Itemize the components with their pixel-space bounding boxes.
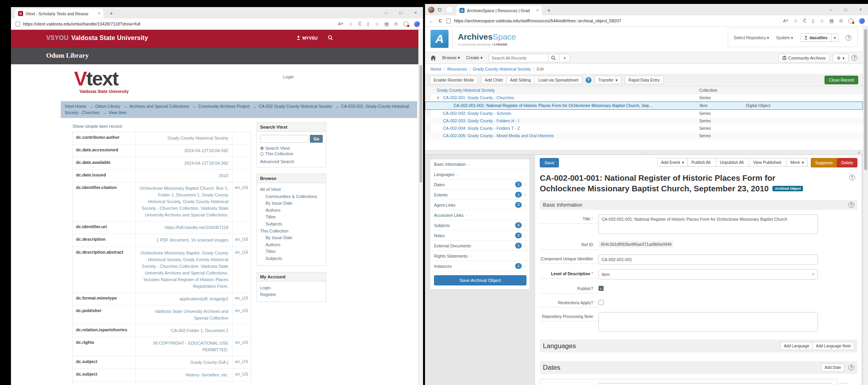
vtext-scrollbar[interactable]: [418, 30, 423, 385]
go-button[interactable]: Go: [310, 135, 323, 143]
minimize-button[interactable]: –: [823, 4, 838, 15]
select-repository-menu[interactable]: Select Repository ▾: [734, 35, 769, 40]
breadcrumb-link[interactable]: CA-002 Grady County Historical Society: [259, 104, 332, 109]
url-text[interactable]: https://vtext.valdosta.edu/xmlui/handle/…: [23, 22, 140, 26]
archivesspace-scrollbar[interactable]: [863, 27, 868, 385]
tree-row-title[interactable]: CA-002-001-001: National Register of His…: [454, 102, 652, 109]
scrollbar-thumb[interactable]: [864, 29, 867, 170]
tree-row[interactable]: CA-002-002: Grady County - Schools Serie…: [425, 110, 863, 117]
breadcrumb-link[interactable]: Odum Library: [95, 104, 120, 109]
component-id-input[interactable]: [599, 254, 818, 265]
tree-row-title[interactable]: CA-002-001: Grady County - Churches: [443, 94, 514, 102]
url-text[interactable]: https://archivesspace.valdosta.edu/staff…: [454, 18, 621, 23]
help-icon[interactable]: ?: [848, 365, 854, 370]
breadcrumb-link[interactable]: Archives and Special Collections: [129, 104, 189, 109]
browser-icon[interactable]: ⊙: [839, 18, 843, 24]
search-icon[interactable]: [328, 35, 333, 40]
copilot-icon[interactable]: [859, 18, 865, 24]
page-info-icon[interactable]: [447, 18, 451, 24]
back-icon[interactable]: ←: [429, 18, 433, 23]
home-icon[interactable]: [430, 55, 436, 60]
tab-actions-icon[interactable]: ⊡: [438, 7, 441, 13]
form-action-button[interactable]: View Published: [749, 158, 787, 167]
create-menu[interactable]: Create ▾: [466, 55, 483, 60]
settings-button[interactable]: ⚙▾: [833, 54, 848, 62]
maximize-button[interactable]: □: [393, 7, 408, 18]
profile-avatar[interactable]: [428, 7, 434, 13]
enable-reorder-button[interactable]: Enable Reorder Mode: [430, 76, 478, 84]
browser-tab-archivesspace[interactable]: A ArchivesSpace | Resources | Grad ×: [456, 5, 542, 15]
archivesspace-wordmark[interactable]: ArchivesSpace: [458, 32, 516, 42]
browse-link[interactable]: Authors: [260, 242, 323, 249]
user-button[interactable]: dasuttles: [800, 33, 832, 42]
add-child-button[interactable]: Add Child: [481, 76, 507, 84]
tree-row-title[interactable]: CA-002-003: Grady County - Folders H - I: [443, 117, 519, 125]
vtext-logo[interactable]: Vtext Valdosta State University: [74, 69, 128, 94]
form-nav-item[interactable]: Rights Statements ›: [430, 251, 530, 261]
login-link[interactable]: Login: [283, 74, 294, 79]
breadcrumb-link[interactable]: Home: [430, 67, 441, 71]
publish-checkbox[interactable]: ✓: [599, 286, 604, 291]
breadcrumb-link[interactable]: Community Archives Project: [198, 104, 250, 109]
tree-row[interactable]: CA-002-001-001: National Register of His…: [425, 102, 863, 110]
add-language-button[interactable]: Add Language: [780, 342, 813, 350]
user-caret-button[interactable]: ▾: [832, 33, 839, 42]
form-nav-item[interactable]: Dates 1 ›: [430, 180, 530, 190]
breadcrumb-link[interactable]: Edit: [537, 67, 544, 71]
browser-icon[interactable]: Aᴬ: [338, 22, 343, 26]
minimize-button[interactable]: –: [378, 7, 393, 18]
help-icon[interactable]: ?: [852, 55, 857, 61]
tree-row-title[interactable]: CA-002-004: Grady County - Folders T - Z: [443, 125, 520, 132]
browser-tab-vtext[interactable]: V Vtext - Scholarly Texts and Resear ×: [15, 9, 103, 18]
close-record-button[interactable]: Close Record: [825, 76, 858, 84]
advanced-search-link[interactable]: Advanced Search: [260, 159, 323, 164]
tab-close-icon[interactable]: ×: [98, 11, 100, 16]
add-sibling-button[interactable]: Add Sibling: [506, 76, 535, 84]
browse-link[interactable]: Subjects: [260, 255, 323, 262]
search-all-records-input[interactable]: [489, 54, 548, 62]
form-nav-item[interactable]: Notes 2 ›: [430, 231, 530, 241]
title-textarea[interactable]: CA-002-001-001: National Register of His…: [599, 214, 818, 234]
browser-icon[interactable]: ▯: [812, 18, 814, 24]
browse-link[interactable]: This Collection: [260, 228, 323, 235]
spreadsheet-help-icon[interactable]: ?: [586, 77, 591, 83]
save-button[interactable]: Save: [540, 158, 559, 167]
form-nav-item[interactable]: External Documents 1 ›: [430, 241, 530, 251]
copilot-icon[interactable]: [414, 21, 420, 27]
show-simple-record-link[interactable]: Show simple item record: [72, 124, 409, 129]
tree-row[interactable]: CA-002-005: Grady County - Mixed Media a…: [425, 132, 863, 140]
form-action-button[interactable]: Publish All: [688, 158, 716, 167]
form-nav-item[interactable]: Agent Links 3 ›: [430, 200, 530, 210]
search-input[interactable]: [260, 135, 308, 143]
add-language-note-button[interactable]: Add Language Note: [813, 342, 854, 350]
tree-row[interactable]: ∨ CA-002-001: Grady County - Churches Se…: [425, 94, 863, 102]
form-nav-item[interactable]: Accession Links ›: [430, 210, 530, 220]
form-nav-item[interactable]: Instances 1 ›: [430, 261, 530, 271]
browse-link[interactable]: Authors: [260, 207, 323, 214]
search-options-button[interactable]: ▾: [559, 54, 570, 62]
browser-icon[interactable]: ⊙: [394, 21, 398, 27]
breadcrumb-link[interactable]: Resources: [447, 67, 467, 71]
save-archival-object-button[interactable]: Save Archival Object: [434, 275, 526, 285]
form-action-button[interactable]: Add Event▾: [657, 158, 688, 167]
remove-date-button[interactable]: ✕: [839, 383, 848, 385]
close-button[interactable]: ×: [853, 4, 868, 15]
form-nav-item[interactable]: Languages ›: [430, 169, 530, 180]
breadcrumb-link[interactable]: Vtext Home: [65, 104, 86, 109]
tree-row-title[interactable]: Grady County Historical Society: [437, 87, 495, 94]
refresh-icon[interactable]: C: [439, 18, 442, 23]
browse-link[interactable]: Titles: [260, 214, 323, 221]
browse-link[interactable]: Subjects: [260, 221, 323, 228]
help-icon[interactable]: ?: [849, 174, 855, 180]
browser-icon[interactable]: Ĉ: [803, 18, 807, 23]
browser-icon[interactable]: ▤: [829, 18, 834, 24]
browser-icon[interactable]: ☆: [375, 21, 379, 27]
delete-button[interactable]: Delete: [837, 158, 857, 167]
workspaces-icon[interactable]: [446, 6, 453, 13]
vsu-brand[interactable]: VSYOUValdosta State University: [46, 35, 148, 42]
restrictions-checkbox[interactable]: [599, 300, 604, 305]
date-label-select[interactable]: Creation∨: [597, 383, 832, 385]
browser-icon[interactable]: ☆: [794, 18, 797, 24]
form-nav-item[interactable]: Subjects 6 ›: [430, 220, 530, 231]
browse-link[interactable]: By Issue Date: [260, 234, 323, 242]
